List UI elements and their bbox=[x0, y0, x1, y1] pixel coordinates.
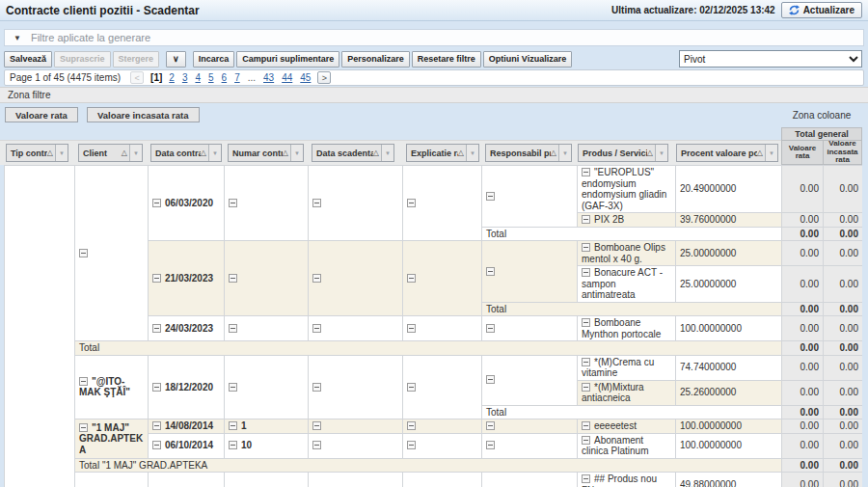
column-header-chip-produs-serviciu[interactable]: Produs / Serviciu△▼ bbox=[578, 144, 668, 162]
collapse-icon[interactable] bbox=[582, 474, 590, 483]
pager-page-link[interactable]: 5 bbox=[208, 72, 214, 83]
collapse-icon[interactable] bbox=[582, 383, 590, 392]
collapse-icon[interactable] bbox=[79, 377, 88, 386]
pager-page-link[interactable]: 44 bbox=[282, 72, 292, 83]
toolbar-button-personalizare[interactable]: Personalizare bbox=[341, 51, 410, 68]
collapse-icon[interactable] bbox=[312, 274, 321, 283]
grid-cell: 0.00 bbox=[824, 302, 863, 316]
toolbar-button-stergere[interactable]: Stergere bbox=[113, 51, 160, 68]
column-filter-dropdown-icon[interactable]: ▼ bbox=[55, 145, 68, 161]
pager-page-link[interactable]: 45 bbox=[300, 72, 311, 83]
cell-text: "1 MAJ" GRAD.APTEKA bbox=[79, 422, 143, 455]
collapse-icon[interactable] bbox=[582, 168, 590, 176]
toolbar-button-optiuni-vizualizare[interactable]: Optiuni Vizualizare bbox=[483, 51, 572, 68]
collapse-icon[interactable] bbox=[79, 249, 88, 257]
collapse-icon[interactable] bbox=[312, 199, 321, 207]
refresh-button[interactable]: Actualizare bbox=[781, 2, 862, 18]
collapse-icon[interactable] bbox=[152, 199, 161, 207]
sort-asc-icon[interactable]: △ bbox=[201, 149, 208, 157]
column-header-valoare-incasata-rata[interactable]: Valoare incasata rata bbox=[823, 141, 862, 165]
collapse-icon[interactable] bbox=[582, 421, 590, 430]
sort-asc-icon[interactable]: △ bbox=[458, 149, 466, 157]
collapse-icon[interactable] bbox=[486, 324, 495, 333]
toolbar-button-incarca[interactable]: Incarca bbox=[193, 51, 235, 68]
column-header-chip-data-contract[interactable]: Data contract△▼ bbox=[150, 144, 222, 162]
collapse-icon[interactable] bbox=[152, 324, 161, 333]
toolbar-button-resetare-filtre[interactable]: Resetare filtre bbox=[412, 51, 481, 68]
collapse-icon[interactable] bbox=[486, 375, 495, 384]
sort-asc-icon[interactable]: △ bbox=[47, 149, 55, 157]
collapse-icon[interactable] bbox=[407, 441, 416, 449]
collapse-icon[interactable] bbox=[582, 318, 590, 327]
column-header-chip-client[interactable]: Client△▼ bbox=[78, 144, 143, 162]
filter-field-chip-valoare-rata[interactable]: Valoare rata bbox=[5, 107, 78, 122]
column-filter-dropdown-icon[interactable]: ▼ bbox=[129, 145, 142, 161]
collapse-icon[interactable] bbox=[229, 441, 237, 449]
column-filter-dropdown-icon[interactable]: ▼ bbox=[466, 145, 478, 161]
collapse-icon[interactable] bbox=[582, 243, 590, 252]
applied-filters-bar[interactable]: ▼ Filtre aplicate la generare bbox=[4, 29, 864, 46]
column-header-chip-responsabil-proiect[interactable]: Responsabil proiect△▼ bbox=[485, 144, 572, 162]
collapse-icon[interactable] bbox=[486, 421, 495, 430]
sort-asc-icon[interactable]: △ bbox=[757, 149, 765, 157]
toolbar-button-campuri-suplimentare[interactable]: Campuri suplimentare bbox=[236, 51, 339, 68]
pager-page-link[interactable]: 7 bbox=[234, 72, 240, 83]
collapse-icon[interactable] bbox=[79, 423, 88, 432]
collapse-icon[interactable] bbox=[582, 268, 590, 277]
column-filter-dropdown-icon[interactable]: ▼ bbox=[381, 145, 393, 161]
collapse-icon[interactable] bbox=[152, 383, 161, 392]
collapse-icon[interactable] bbox=[312, 383, 321, 392]
toolbar-button-suprascrie[interactable]: Suprascrie bbox=[54, 51, 111, 68]
column-filter-dropdown-icon[interactable]: ▼ bbox=[655, 145, 667, 161]
collapse-icon[interactable] bbox=[229, 324, 237, 333]
pager-page-link[interactable]: 43 bbox=[263, 72, 274, 83]
collapse-icon[interactable] bbox=[582, 358, 590, 366]
pager-page-link[interactable]: 6 bbox=[222, 72, 228, 83]
column-header-chip-data-scadenta-rata[interactable]: Data scadenta rata△▼ bbox=[312, 144, 394, 162]
collapse-arrow-icon[interactable]: ▼ bbox=[14, 34, 21, 42]
view-mode-select[interactable]: Pivot bbox=[679, 50, 862, 68]
collapse-icon[interactable] bbox=[486, 441, 495, 449]
collapse-icon[interactable] bbox=[229, 199, 237, 207]
collapse-icon[interactable] bbox=[152, 274, 161, 283]
collapse-icon[interactable] bbox=[229, 421, 237, 430]
collapse-icon[interactable] bbox=[407, 274, 416, 283]
column-header-chip-explicatie-rata[interactable]: Explicatie rata△▼ bbox=[406, 144, 479, 162]
sort-asc-icon[interactable]: △ bbox=[647, 149, 655, 157]
pager-page-link[interactable]: 2 bbox=[169, 72, 175, 83]
collapse-icon[interactable] bbox=[486, 267, 495, 276]
pager-prev-button[interactable]: < bbox=[130, 71, 144, 84]
column-header-valoare-rata[interactable]: Valoare rata bbox=[781, 141, 823, 165]
column-filter-dropdown-icon[interactable]: ▼ bbox=[558, 145, 571, 161]
sort-asc-icon[interactable]: △ bbox=[373, 149, 381, 157]
collapse-icon[interactable] bbox=[312, 441, 321, 449]
filter-field-chip-valoare-incasata-rata[interactable]: Valoare incasata rata bbox=[87, 107, 200, 122]
collapse-icon[interactable] bbox=[407, 199, 416, 207]
collapse-icon[interactable] bbox=[407, 324, 416, 333]
column-header-chip-tip-contract[interactable]: Tip contract△▼ bbox=[6, 144, 68, 162]
column-filter-dropdown-icon[interactable]: ▼ bbox=[765, 145, 777, 161]
pager-next-button[interactable]: > bbox=[317, 71, 331, 84]
collapse-icon[interactable] bbox=[407, 421, 416, 430]
collapse-icon[interactable] bbox=[152, 441, 161, 449]
collapse-icon[interactable] bbox=[312, 421, 321, 430]
collapse-icon[interactable] bbox=[407, 383, 416, 392]
save-options-dropdown-button[interactable]: ∨ bbox=[166, 51, 186, 68]
collapse-icon[interactable] bbox=[152, 421, 161, 430]
column-filter-dropdown-icon[interactable]: ▼ bbox=[290, 145, 303, 161]
column-header-chip-procent-valoare-pozitie[interactable]: Procent valoare pozitie△▼ bbox=[676, 144, 778, 162]
pager-page-link[interactable]: 3 bbox=[182, 72, 188, 83]
column-filter-dropdown-icon[interactable]: ▼ bbox=[208, 145, 221, 161]
collapse-icon[interactable] bbox=[486, 192, 495, 201]
collapse-icon[interactable] bbox=[582, 215, 590, 224]
collapse-icon[interactable] bbox=[229, 274, 237, 283]
column-header-chip-numar-contract[interactable]: Numar contract△▼ bbox=[228, 144, 304, 162]
sort-asc-icon[interactable]: △ bbox=[122, 149, 129, 157]
collapse-icon[interactable] bbox=[312, 324, 321, 333]
pager-page-link[interactable]: 4 bbox=[195, 72, 201, 83]
sort-asc-icon[interactable]: △ bbox=[551, 149, 558, 157]
sort-asc-icon[interactable]: △ bbox=[283, 149, 290, 157]
collapse-icon[interactable] bbox=[582, 436, 590, 445]
toolbar-button-salveaz-[interactable]: Salvează bbox=[4, 51, 52, 68]
collapse-icon[interactable] bbox=[229, 383, 237, 392]
